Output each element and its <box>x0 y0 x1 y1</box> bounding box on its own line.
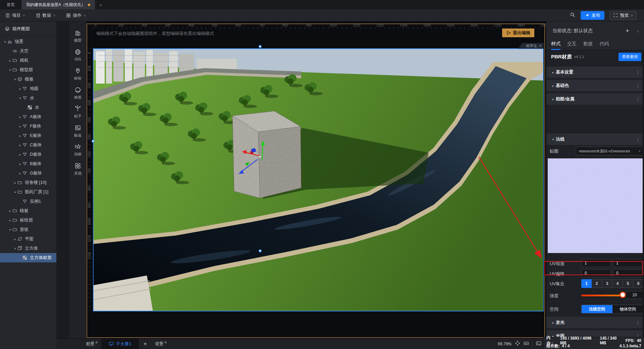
section-粗糙/金属[interactable]: ▸粗糙/金属⋮ <box>546 93 644 105</box>
tab-样式[interactable]: 样式 <box>551 38 560 50</box>
expander-icon[interactable]: ▸ <box>8 59 12 62</box>
palette-item-decal[interactable]: 贴花 <box>69 124 86 138</box>
layer-item-E板块[interactable]: ▸E板块 <box>0 131 56 140</box>
layer-item-水[interactable]: ▾水 <box>0 93 56 103</box>
palette-item-material[interactable]: 材质 <box>69 87 86 100</box>
tutorial-button[interactable]: 查看教程 <box>619 53 641 61</box>
inspector-scrollbar[interactable] <box>643 50 644 349</box>
layer-item-A板块[interactable]: ▸A板块 <box>0 112 56 121</box>
space-option-法线空间[interactable]: 法线空间 <box>582 305 612 313</box>
screen-tab[interactable]: 子大屏1 <box>101 339 139 349</box>
uv-set-4[interactable]: 4 <box>612 279 623 288</box>
expander-icon[interactable]: ▸ <box>18 153 22 156</box>
layer-item-G板块[interactable]: ▸G板块 <box>0 168 56 178</box>
space-option-物体空间[interactable]: 物体空间 <box>612 305 643 313</box>
section-基础色[interactable]: ▸基础色⋮ <box>546 80 644 91</box>
selection-top-edge[interactable] <box>93 48 544 49</box>
add-background-icon[interactable]: ⊕ <box>164 341 167 344</box>
layer-item-形状[interactable]: ▾形状 <box>0 225 56 234</box>
strength-slider-knob[interactable] <box>621 293 625 297</box>
layer-item-天空[interactable]: 天空 <box>0 46 56 56</box>
uv-set-6[interactable]: 6 <box>633 279 644 288</box>
selection-handle-left[interactable] <box>92 140 95 143</box>
uv-offset-y-input[interactable]: 0 <box>613 269 644 277</box>
section-menu-icon[interactable]: ⋮ <box>636 320 640 325</box>
uv-set-3[interactable]: 3 <box>602 279 612 288</box>
layer-item-植被[interactable]: ▸植被 <box>0 206 56 215</box>
palette-item-particle[interactable]: 粒子 <box>69 105 86 119</box>
publish-button[interactable]: 发布 <box>581 11 604 20</box>
palette-item-model[interactable]: 模型 <box>69 30 86 43</box>
expander-icon[interactable]: ▾ <box>3 40 7 44</box>
uv-set-5[interactable]: 5 <box>623 279 633 288</box>
layer-item-平面[interactable]: ▸平面 <box>0 234 56 244</box>
layer-item-模型层[interactable]: ▾模型层 <box>0 65 56 74</box>
uv-set-1[interactable]: 1 <box>581 279 592 288</box>
uv-set-2[interactable]: 2 <box>592 279 602 288</box>
selection-handle-top[interactable] <box>259 45 262 48</box>
palette-item-motion[interactable]: 动效 <box>69 143 86 157</box>
expander-icon[interactable]: ▸ <box>18 87 22 91</box>
layer-item-相机[interactable]: ▸相机 <box>0 56 56 65</box>
foreground-button[interactable]: 前景 ⊕ <box>83 339 101 349</box>
exit-edit-button[interactable]: 退出编辑 <box>502 29 534 37</box>
palette-item-other[interactable]: 其他 <box>69 162 86 176</box>
menu-project[interactable]: 项目∨ <box>0 9 31 21</box>
layer-item-地面[interactable]: ▸地面 <box>0 84 56 93</box>
console-icon[interactable] <box>536 341 541 347</box>
expander-icon[interactable]: ▾ <box>13 190 17 194</box>
expander-icon[interactable]: ▸ <box>13 237 17 241</box>
layer-item-场景[interactable]: ▾场景 <box>0 37 56 46</box>
layer-item-D板块[interactable]: ▸D板块 <box>0 150 56 159</box>
tab-home[interactable]: 首页 <box>0 0 21 9</box>
layer-item-立方体材质[interactable]: 立方体材质 <box>0 253 56 262</box>
normal-map-preview[interactable] <box>548 158 643 253</box>
expander-icon[interactable]: ▸ <box>8 209 12 213</box>
preview-button[interactable]: 预览 ∨ <box>610 11 637 20</box>
section-menu-icon[interactable]: ⋮ <box>636 97 640 102</box>
new-tab-button[interactable]: + <box>95 0 106 9</box>
layer-item-实例1[interactable]: 实例1 <box>0 197 56 206</box>
menu-data[interactable]: 数据∨ <box>31 9 61 21</box>
uv-scale-x-input[interactable]: 1 <box>581 259 611 267</box>
strength-input[interactable]: 10 <box>626 291 644 299</box>
uv-offset-x-input[interactable]: 0 <box>581 269 611 277</box>
expander-icon[interactable]: ▸ <box>18 124 22 128</box>
tab-代码[interactable]: 代码 <box>599 38 609 50</box>
search-icon[interactable] <box>570 12 575 19</box>
strength-slider[interactable] <box>581 295 623 296</box>
expander-icon[interactable]: ▸ <box>18 162 22 166</box>
expander-icon[interactable]: ▾ <box>18 96 22 100</box>
selection-left-edge[interactable] <box>93 49 94 311</box>
expander-icon[interactable]: ▾ <box>13 247 17 250</box>
expander-icon[interactable]: ▸ <box>18 134 22 138</box>
layer-item-C板块[interactable]: ▸C板块 <box>0 140 56 150</box>
expander-icon[interactable]: ▸ <box>8 218 12 222</box>
menu-actions[interactable]: 操作∨ <box>61 9 91 21</box>
uv-scale-y-input[interactable]: 1 <box>613 259 644 267</box>
selection-bottom-edge[interactable] <box>93 311 544 311</box>
layer-item-F板块[interactable]: ▸F板块 <box>0 121 56 131</box>
section-normal[interactable]: ▾ 法线 ⋮ <box>546 134 644 145</box>
layer-item-水[interactable]: 水 <box>0 103 56 112</box>
layer-item-模板[interactable]: ▾模板 <box>0 74 56 84</box>
add-foreground-icon[interactable]: ⊕ <box>95 341 98 344</box>
editor-canvas[interactable]: 0100200300400500600700800900100011001200… <box>86 21 546 338</box>
layer-item-B板块[interactable]: ▸B板块 <box>0 159 56 168</box>
palette-item-gis[interactable]: GIS <box>69 49 86 61</box>
section-基本设置[interactable]: ▸基本设置⋮ <box>546 66 644 78</box>
expander-icon[interactable]: ▸ <box>18 171 22 175</box>
layer-item-医药厂房 [1][interactable]: ▾医药厂房 [1] <box>0 187 56 197</box>
section-menu-icon[interactable]: ⋮ <box>636 70 640 75</box>
tab-交互[interactable]: 交互 <box>567 38 577 50</box>
expander-icon[interactable]: ▾ <box>8 68 12 72</box>
section-menu-icon[interactable]: ⋮ <box>636 137 640 142</box>
expander-icon[interactable]: ▾ <box>13 78 17 81</box>
selection-handle-bottom[interactable] <box>259 249 262 252</box>
add-state-button[interactable]: + <box>626 27 629 35</box>
layer-item-立方体[interactable]: ▾立方体 <box>0 244 56 253</box>
background-button[interactable]: 背景 ⊕ <box>152 339 170 349</box>
section-发光[interactable]: ▸发光⋮ <box>546 317 644 328</box>
expand-states-icon[interactable]: › <box>637 28 639 34</box>
tab-数据[interactable]: 数据 <box>583 38 593 50</box>
